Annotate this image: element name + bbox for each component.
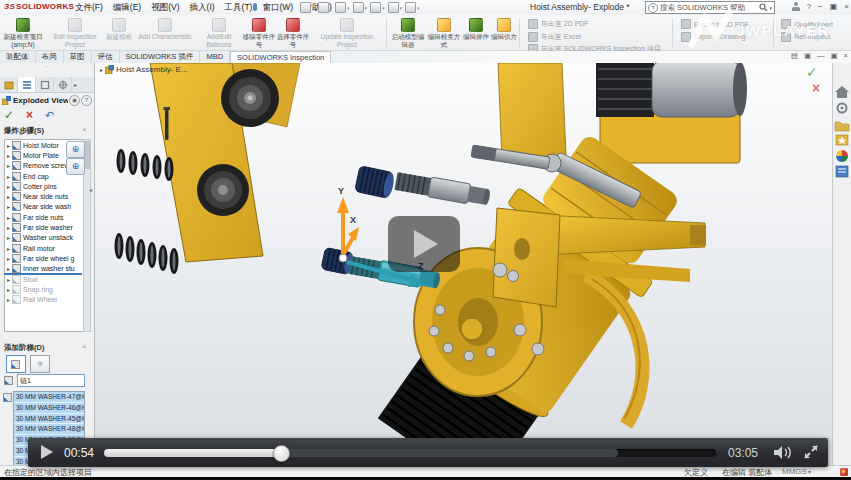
explode-step-row[interactable]: Cotter pins — [5, 181, 83, 191]
minimize-button[interactable]: − — [818, 1, 823, 12]
command-tab[interactable]: SOLIDWORKS 插件 — [120, 51, 201, 63]
support-arm[interactable] — [540, 215, 706, 282]
ribbon-button[interactable]: 新建模板 — [104, 16, 134, 50]
flyout-tree[interactable]: ▸ Hoist Assembly- E... — [100, 65, 188, 74]
panel-splitter[interactable]: ◂ — [89, 186, 92, 193]
explode-step-row[interactable]: Snap ring — [5, 284, 83, 294]
units-selector[interactable]: MMGS — [782, 467, 807, 476]
export-menu-item[interactable]: Export eDrawing — [681, 32, 765, 42]
tray-icon[interactable] — [840, 468, 848, 476]
explode-step-row[interactable]: Stud — [5, 274, 83, 284]
tab-dimxpertmanager[interactable] — [54, 77, 72, 92]
doc-window-button[interactable]: ▣ — [804, 51, 811, 60]
close-button[interactable]: × — [844, 1, 849, 12]
explode-step-row[interactable]: Rail motor — [5, 243, 83, 253]
graphics-area[interactable]: Y X Z — [94, 63, 832, 465]
explode-steps-header[interactable]: 爆炸步骤(S) — [4, 126, 90, 136]
upper-bracket[interactable] — [498, 63, 566, 161]
rail-wheel-1[interactable] — [221, 69, 279, 127]
command-tab[interactable]: 草图 — [64, 51, 92, 63]
component-row[interactable]: 30 MM WASHER-45@H — [14, 414, 84, 425]
file-explorer-icon[interactable] — [836, 135, 848, 145]
explode-step-row[interactable]: Far side wheel g — [5, 253, 83, 263]
command-tab[interactable]: 装配体 — [0, 51, 36, 63]
export-menu-item[interactable]: 导出至 2D PDF — [528, 19, 664, 29]
doc-window-button[interactable]: × — [844, 51, 848, 60]
restore-button[interactable]: ▣ — [830, 1, 838, 12]
add-step-header[interactable]: 添加阶梯(D) — [4, 343, 90, 353]
tab-configurationmanager[interactable] — [36, 77, 54, 92]
play-button[interactable] — [41, 445, 53, 459]
export-menu-item[interactable]: 导出至 Excel — [528, 32, 664, 42]
pin-icon[interactable] — [253, 3, 257, 11]
menu-item[interactable]: 视图(V) — [146, 2, 184, 14]
export-menu-item[interactable]: Export to 3D PDF — [681, 19, 765, 29]
menu-item[interactable]: 窗口(W) — [257, 2, 298, 14]
menu-item[interactable]: 工具(T) — [220, 2, 258, 14]
command-tab[interactable]: 布局 — [36, 51, 64, 63]
doc-window-button[interactable]: ▤ — [791, 51, 798, 60]
model-scene[interactable]: Y X Z — [94, 63, 832, 465]
search-icon[interactable] — [759, 3, 768, 12]
ribbon-button[interactable]: Add Characteristic — [134, 16, 196, 50]
doc-window-button[interactable]: — — [817, 51, 825, 60]
radial-step-button[interactable]: ✳ — [30, 355, 50, 373]
undo-button[interactable]: ↶ — [45, 109, 54, 122]
panel-collapse-handle[interactable]: · — [0, 63, 94, 77]
ribbon-button[interactable]: 选择零件序号 — [276, 16, 310, 50]
component-row[interactable]: 30 MM WASHER-48@H — [14, 424, 84, 435]
resources-gear-icon[interactable] — [838, 104, 847, 113]
home-icon[interactable] — [835, 86, 849, 98]
component-row[interactable]: 30 MM WASHER-47@H — [14, 392, 84, 403]
explode-step-row[interactable]: Near side nuts — [5, 191, 83, 201]
confirm-ok-icon[interactable]: ✓ — [806, 64, 820, 80]
ribbon-button[interactable]: Add/Edit Balloons — [196, 16, 242, 50]
ribbon-button[interactable]: Update Inspection Project — [310, 16, 384, 50]
design-library-folder-icon[interactable] — [835, 122, 849, 131]
ribbon-button[interactable]: 编辑检查方式 — [427, 16, 461, 50]
cancel-button[interactable]: × — [26, 108, 33, 122]
ribbon-button[interactable]: 编辑供方 — [491, 16, 517, 50]
user-icon[interactable] — [792, 2, 800, 11]
mid-bracket[interactable] — [493, 208, 560, 307]
search-input[interactable]: ? 搜索 SOLIDWORKS 帮助 — [645, 1, 775, 14]
ribbon-button[interactable]: 移除零件序号 — [242, 16, 276, 50]
command-tab[interactable]: SOLIDWORKS Inspection — [230, 51, 331, 63]
explode-step-row[interactable]: Washer unstack — [5, 233, 83, 243]
command-tab[interactable]: 评估 — [92, 51, 120, 63]
explode-step-row[interactable]: Rail Wheel — [5, 294, 83, 304]
tab-featuremanager[interactable] — [0, 77, 18, 92]
ok-button[interactable]: ✓ — [4, 108, 14, 122]
step-name-input[interactable]: 链1 — [17, 374, 85, 387]
ribbon-button[interactable]: Edit Inspection Project — [46, 16, 104, 50]
export-menu-item[interactable]: Net-Inspect — [781, 32, 845, 42]
menu-item[interactable]: 文件(F) — [70, 2, 108, 14]
help-button[interactable]: ? — [807, 1, 811, 12]
expand-icon[interactable]: ▸ — [100, 66, 103, 73]
appearances-icon[interactable] — [836, 150, 848, 162]
ribbon-button[interactable]: 启动模型编辑器 — [389, 16, 427, 50]
explode-direction-button[interactable]: ⊕ — [66, 141, 85, 158]
fullscreen-button[interactable] — [803, 445, 819, 460]
explode-step-row[interactable]: Far side washer — [5, 222, 83, 232]
explode-step-row[interactable]: Far side nuts — [5, 212, 83, 222]
rail-wheel-2[interactable] — [197, 164, 249, 216]
tab-propertymanager[interactable] — [18, 77, 36, 92]
explode-step-row[interactable]: Near side wash — [5, 202, 83, 212]
ribbon-button[interactable]: 编辑操作 — [461, 16, 491, 50]
seek-handle[interactable] — [273, 445, 290, 462]
export-menu-item[interactable]: QualityXpert — [781, 19, 845, 29]
command-tab[interactable]: MBD — [200, 51, 230, 63]
regular-step-button[interactable] — [6, 355, 26, 373]
play-overlay-button[interactable] — [388, 216, 460, 272]
ribbon-button[interactable]: 新建检查项目(amp;N) — [0, 16, 46, 50]
menu-item[interactable]: 插入(I) — [185, 2, 220, 14]
confirm-cancel-icon[interactable]: × — [812, 80, 820, 96]
seek-bar[interactable] — [104, 449, 716, 457]
hoist-motor[interactable] — [596, 63, 747, 163]
view-palette-icon[interactable] — [836, 166, 848, 177]
tab-scroll-icon[interactable]: ▸ — [74, 81, 77, 88]
pin-icon[interactable]: ◉ — [69, 95, 80, 106]
doc-window-button[interactable]: ▣ — [831, 51, 838, 60]
rotate-direction-button[interactable]: ⊕ — [66, 158, 85, 175]
